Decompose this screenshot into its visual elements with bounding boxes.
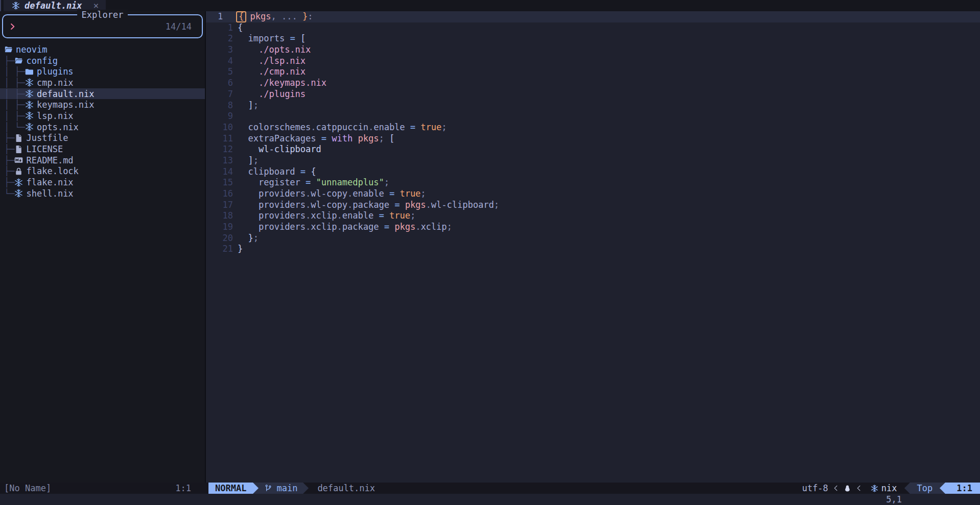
code-token <box>389 200 394 211</box>
code-token: catppuccin <box>316 122 368 133</box>
file-icon <box>14 145 23 154</box>
code-line-18[interactable]: 18 providers.xclip.enable = true; <box>206 210 980 222</box>
tree-guide: │ ├─ <box>4 100 25 110</box>
code-line-13[interactable]: 13 ]; <box>206 155 980 166</box>
code-line-19[interactable]: 19 providers.xclip.package = pkgs.xclip; <box>206 222 980 233</box>
code-token: } <box>238 244 243 255</box>
code-token <box>238 89 259 100</box>
code-token <box>238 133 248 145</box>
code-token: xclip <box>421 222 447 233</box>
code-line-9[interactable]: 9 <box>206 111 980 122</box>
code-token <box>238 33 248 44</box>
code-line-10[interactable]: 10 colorschemes.catppuccin.enable = true… <box>206 122 980 133</box>
code-token: true <box>421 122 441 133</box>
tree-item-shell-nix[interactable]: └─shell.nix <box>0 188 205 199</box>
code-token: = <box>290 33 295 44</box>
code-line-6[interactable]: 6 ./keymaps.nix <box>206 78 980 89</box>
powerline-separator <box>253 483 259 494</box>
line-number: 8 <box>206 100 233 111</box>
tree-item-flake-nix[interactable]: ├─flake.nix <box>0 177 205 188</box>
line-number: 15 <box>206 177 233 188</box>
code-line-17[interactable]: 17 providers.wl-copy.package = pkgs.wl-c… <box>206 200 980 211</box>
code-token: = <box>384 222 389 233</box>
statusline-main: NORMAL main default.nix utf-8 nix Top 1:… <box>205 483 980 494</box>
command-line[interactable]: 5,1 <box>0 494 980 505</box>
tree-item-config[interactable]: ├─config <box>0 55 205 66</box>
tree-item-lsp-nix[interactable]: │ ├─lsp.nix <box>0 110 205 122</box>
code-token <box>400 200 405 211</box>
code-token <box>384 210 389 222</box>
neovim-screen: default.nix × Explorer 14/14 neovim├─con… <box>0 0 980 505</box>
code-token: ; <box>253 100 259 111</box>
tree-item-plugins[interactable]: │ ├─plugins <box>0 66 205 77</box>
tree-item-opts-nix[interactable]: │ └─opts.nix <box>0 122 205 133</box>
code-token <box>316 133 321 145</box>
tree-item-keymaps-nix[interactable]: │ ├─keymaps.nix <box>0 99 205 110</box>
explorer-filter-box[interactable]: Explorer 14/14 <box>2 14 203 38</box>
code-line-11[interactable]: 11 extraPackages = with pkgs; [ <box>206 133 980 145</box>
nix-icon <box>25 78 34 87</box>
tabbar-edge-divider <box>0 0 1 11</box>
tree-item-label: cmp.nix <box>37 78 74 88</box>
tree-item-readme-md[interactable]: ├─README.md <box>0 155 205 166</box>
code-token: package <box>353 200 389 211</box>
code-token: wl-clipboard <box>431 200 494 211</box>
editor-buffer[interactable]: 1{ pkgs, ... }:1{2 imports = [3 ./opts.n… <box>206 11 980 483</box>
tree-item-neovim[interactable]: neovim <box>0 44 205 55</box>
code-line-0[interactable]: 1{ pkgs, ... }: <box>206 11 980 22</box>
code-line-21[interactable]: 21} <box>206 244 980 255</box>
code-token <box>384 133 389 145</box>
code-line-7[interactable]: 7 ./plugins <box>206 89 980 100</box>
code-line-3[interactable]: 3 ./opts.nix <box>206 44 980 56</box>
tree-item-cmp-nix[interactable]: │ ├─cmp.nix <box>0 77 205 88</box>
code-token: wl-copy <box>311 200 347 211</box>
tree-item-label: default.nix <box>37 89 95 99</box>
tree-item-flake-lock[interactable]: ├─flake.lock <box>0 166 205 177</box>
tab-close-icon[interactable]: × <box>94 1 99 10</box>
line-number: 21 <box>206 244 233 255</box>
code-token: . <box>306 200 311 211</box>
code-token <box>238 233 248 244</box>
tree-item-label: flake.nix <box>26 177 73 187</box>
tree-item-label: keymaps.nix <box>37 100 95 110</box>
code-line-4[interactable]: 4 ./lsp.nix <box>206 56 980 67</box>
nix-icon <box>25 111 34 120</box>
tree-guide: ├─ <box>4 133 14 143</box>
tree-item-label: README.md <box>26 155 73 165</box>
code-token <box>245 11 250 22</box>
code-line-2[interactable]: 2 imports = [ <box>206 33 980 44</box>
code-token: register <box>259 177 300 188</box>
code-token <box>295 166 300 178</box>
code-line-1[interactable]: 1{ <box>206 22 980 34</box>
code-token: { <box>311 166 316 178</box>
code-line-15[interactable]: 15 register = "unnamedplus"; <box>206 177 980 188</box>
code-token: ./plugins <box>259 89 306 100</box>
code-line-14[interactable]: 14 clipboard = { <box>206 166 980 178</box>
code-token <box>238 56 259 67</box>
line-number: 1 <box>206 11 233 22</box>
code-token: ./opts.nix <box>259 44 311 56</box>
tree-item-justfile[interactable]: ├─Justfile <box>0 133 205 144</box>
code-line-12[interactable]: 12 wl-clipboard <box>206 144 980 155</box>
line-number: 6 <box>206 78 233 89</box>
code-token: with <box>332 133 353 145</box>
code-line-16[interactable]: 16 providers.wl-copy.enable = true; <box>206 188 980 200</box>
code-line-8[interactable]: 8 ]; <box>206 100 980 111</box>
tab-bar: default.nix × <box>0 0 980 11</box>
code-token: = <box>379 210 384 222</box>
code-token: pkgs <box>250 11 271 22</box>
scroll-position-segment: Top <box>910 483 940 494</box>
tree-item-default-nix[interactable]: │ ├─default.nix <box>0 88 205 100</box>
code-token: colorschemes <box>248 122 311 133</box>
git-branch-segment[interactable]: main <box>259 483 303 494</box>
code-line-5[interactable]: 5 ./cmp.nix <box>206 66 980 78</box>
code-token: [ <box>389 133 394 145</box>
nix-icon <box>25 101 34 109</box>
tree-item-label: LICENSE <box>26 144 63 154</box>
code-line-20[interactable]: 20 }; <box>206 233 980 244</box>
code-token: pkgs <box>405 200 426 211</box>
cursor-position-segment: 1:1 <box>945 483 980 494</box>
file-tree: neovim├─config│ ├─plugins│ ├─cmp.nix│ ├─… <box>0 44 205 199</box>
tree-item-license[interactable]: ├─LICENSE <box>0 143 205 155</box>
line-number: 13 <box>206 155 233 166</box>
